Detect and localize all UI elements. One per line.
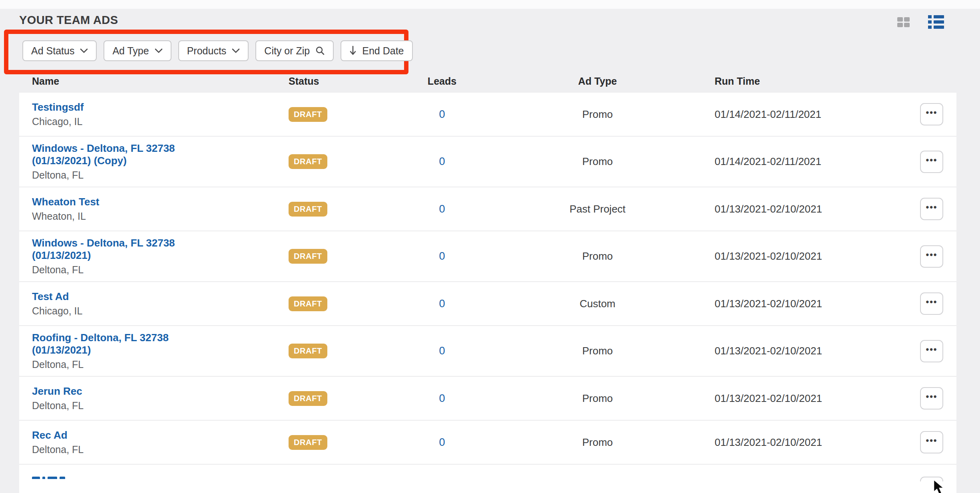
leads-count-link[interactable]: 0 — [404, 298, 480, 310]
ellipsis-icon: ••• — [926, 156, 937, 165]
list-view-icon[interactable] — [928, 15, 944, 29]
products-filter[interactable]: Products — [178, 40, 249, 61]
row-menu-button[interactable]: ••• — [920, 245, 943, 268]
ad-status-filter[interactable]: Ad Status — [22, 40, 97, 61]
ad-name-link[interactable]: Wheaton Test — [32, 196, 100, 208]
filter-bar: Ad Status Ad Type Products City or Zip E… — [22, 40, 413, 61]
column-header-leads: Leads — [404, 76, 480, 87]
ad-status-filter-label: Ad Status — [31, 45, 74, 57]
run-time-value: 01/13/2021-02/10/2021 — [715, 250, 920, 262]
column-header-run-time: Run Time — [715, 76, 920, 87]
search-icon — [315, 46, 325, 56]
chevron-down-icon — [232, 48, 240, 54]
ellipsis-icon: ••• — [926, 108, 937, 117]
table-row: Windows - Deltona, FL 32738 (01/13/2021)… — [19, 231, 956, 282]
ad-type-filter-label: Ad Type — [112, 45, 149, 57]
run-time-value: 01/13/2021-02/10/2021 — [715, 203, 920, 215]
ad-name-link[interactable]: Windows - Deltona, FL 32738 (01/13/2021) — [32, 237, 192, 262]
end-date-sort[interactable]: End Date — [341, 40, 412, 61]
status-badge: DRAFT — [289, 154, 327, 169]
table-row: Wheaton Test Wheaton, IL DRAFT 0 Past Pr… — [19, 187, 956, 231]
leads-count-link[interactable]: 0 — [404, 250, 480, 262]
ad-type-value: Promo — [480, 155, 715, 168]
ad-name-link[interactable]: Roofing - Deltona, FL 32738 (01/13/2021) — [32, 332, 192, 356]
grid-view-icon[interactable] — [897, 17, 910, 27]
ad-location: Deltona, FL — [32, 169, 289, 181]
arrow-down-icon — [349, 46, 357, 56]
row-menu-button[interactable]: ••• — [920, 103, 943, 125]
ad-location: Deltona, FL — [32, 400, 289, 411]
partial-next-row — [19, 465, 956, 479]
ad-name-link[interactable]: Test Ad — [32, 290, 69, 303]
ellipsis-icon: ••• — [926, 298, 937, 306]
status-badge: DRAFT — [289, 435, 327, 450]
ad-location: Chicago, IL — [32, 116, 289, 127]
page-title: YOUR TEAM ADS — [19, 14, 118, 27]
table-header: Name Status Leads Ad Type Run Time — [19, 71, 956, 91]
status-badge: DRAFT — [289, 391, 327, 406]
leads-count-link[interactable]: 0 — [404, 108, 480, 121]
your-team-ads-page: YOUR TEAM ADS Ad Status Ad Type Products — [0, 0, 980, 493]
ad-name-link[interactable]: Rec Ad — [32, 429, 68, 441]
leads-count-link[interactable]: 0 — [404, 203, 480, 215]
ellipsis-icon: ••• — [926, 203, 937, 212]
ad-type-value: Promo — [480, 436, 715, 449]
status-badge: DRAFT — [289, 107, 327, 122]
table-row: Jerun Rec Deltona, FL DRAFT 0 Promo 01/1… — [19, 377, 956, 421]
partial-ad-name — [32, 477, 65, 479]
end-date-sort-label: End Date — [362, 45, 404, 57]
row-menu-button[interactable]: ••• — [920, 431, 943, 453]
ellipsis-icon: ••• — [926, 345, 937, 354]
row-menu-button[interactable]: ••• — [920, 340, 943, 362]
ad-type-value: Promo — [480, 108, 715, 121]
products-filter-label: Products — [187, 45, 227, 57]
table-row: Testingsdf Chicago, IL DRAFT 0 Promo 01/… — [19, 93, 956, 137]
run-time-value: 01/13/2021-02/10/2021 — [715, 298, 920, 310]
leads-count-link[interactable]: 0 — [404, 436, 480, 449]
column-header-status: Status — [289, 76, 404, 87]
table-row: Rec Ad Deltona, FL DRAFT 0 Promo 01/13/2… — [19, 421, 956, 465]
ad-type-value: Past Project — [480, 203, 715, 215]
row-menu-button[interactable]: ••• — [920, 198, 943, 220]
ad-type-filter[interactable]: Ad Type — [104, 40, 171, 61]
ad-location: Wheaton, IL — [32, 211, 289, 222]
row-menu-button[interactable]: ••• — [920, 292, 943, 315]
status-badge: DRAFT — [289, 202, 327, 217]
ad-type-value: Promo — [480, 250, 715, 262]
status-badge: DRAFT — [289, 249, 327, 264]
ad-location: Chicago, IL — [32, 305, 289, 317]
ad-location: Deltona, FL — [32, 444, 289, 455]
ad-name-link[interactable]: Testingsdf — [32, 101, 84, 113]
run-time-value: 01/13/2021-02/10/2021 — [715, 436, 920, 449]
run-time-value: 01/14/2021-02/11/2021 — [715, 108, 920, 121]
ellipsis-icon: ••• — [926, 392, 937, 401]
run-time-value: 01/14/2021-02/11/2021 — [715, 155, 920, 168]
mouse-cursor — [932, 479, 947, 493]
ellipsis-icon: ••• — [926, 436, 937, 445]
ad-name-link[interactable]: Jerun Rec — [32, 385, 82, 398]
run-time-value: 01/13/2021-02/10/2021 — [715, 392, 920, 405]
column-header-name: Name — [19, 76, 289, 87]
ad-type-value: Promo — [480, 345, 715, 357]
top-divider-strip — [0, 0, 980, 9]
run-time-value: 01/13/2021-02/10/2021 — [715, 345, 920, 357]
leads-count-link[interactable]: 0 — [404, 155, 480, 168]
view-toggle — [897, 15, 944, 29]
city-or-zip-filter[interactable]: City or Zip — [255, 40, 334, 61]
table-row: Test Ad Chicago, IL DRAFT 0 Custom 01/13… — [19, 282, 956, 326]
table-row: Windows - Deltona, FL 32738 (01/13/2021)… — [19, 137, 956, 187]
chevron-down-icon — [80, 48, 88, 54]
ad-type-value: Custom — [480, 298, 715, 310]
ad-name-link[interactable]: Windows - Deltona, FL 32738 (01/13/2021)… — [32, 142, 192, 167]
city-or-zip-filter-label: City or Zip — [264, 45, 310, 57]
leads-count-link[interactable]: 0 — [404, 392, 480, 405]
ellipsis-icon: ••• — [926, 250, 937, 259]
column-header-ad-type: Ad Type — [480, 76, 715, 87]
status-badge: DRAFT — [289, 344, 327, 358]
leads-count-link[interactable]: 0 — [404, 345, 480, 357]
ads-table-card: Testingsdf Chicago, IL DRAFT 0 Promo 01/… — [19, 93, 956, 493]
row-menu-button[interactable]: ••• — [920, 151, 943, 173]
ad-location: Deltona, FL — [32, 359, 289, 370]
row-menu-button[interactable]: ••• — [920, 387, 943, 410]
status-badge: DRAFT — [289, 296, 327, 311]
